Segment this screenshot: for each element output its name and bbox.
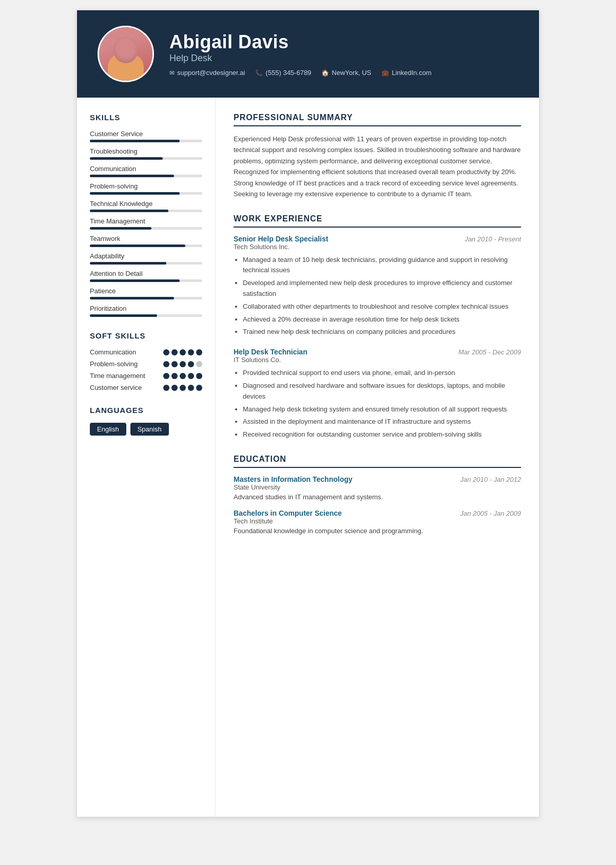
summary-title: PROFESSIONAL SUMMARY bbox=[234, 113, 521, 126]
header: Abigail Davis Help Desk ✉ support@cvdesi… bbox=[77, 10, 539, 98]
location-icon: 🏠 bbox=[321, 69, 329, 77]
job-bullets: Provided technical support to end users … bbox=[234, 368, 521, 440]
dots-container bbox=[163, 349, 202, 355]
skill-bar-bg bbox=[90, 245, 202, 247]
skill-item: Time Management bbox=[90, 217, 202, 230]
bullet-item: Managed help desk ticketing system and e… bbox=[243, 404, 521, 415]
contact-email: ✉ support@cvdesigner.ai bbox=[169, 69, 245, 77]
bullet-item: Developed and implemented new help desk … bbox=[243, 278, 521, 299]
skill-name: Attention to Detail bbox=[90, 270, 202, 277]
skill-item: Adaptability bbox=[90, 252, 202, 265]
dot bbox=[163, 349, 169, 355]
skill-bar-fill bbox=[90, 192, 180, 195]
skill-bar-fill bbox=[90, 279, 180, 282]
skill-item: Attention to Detail bbox=[90, 270, 202, 282]
job-header: Help Desk Technician Mar 2005 - Dec 2009 bbox=[234, 348, 521, 356]
phone-value: (555) 345-6789 bbox=[265, 69, 311, 77]
header-info: Abigail Davis Help Desk ✉ support@cvdesi… bbox=[169, 31, 432, 77]
skill-name: Technical Knowledge bbox=[90, 200, 202, 208]
languages-title: LANGUAGES bbox=[90, 406, 202, 415]
dot bbox=[171, 373, 178, 379]
job-date: Jan 2010 - Present bbox=[465, 235, 521, 243]
dots-container bbox=[163, 385, 202, 391]
dot bbox=[163, 361, 169, 367]
bullet-item: Achieved a 20% decrease in average resol… bbox=[243, 314, 521, 325]
edu-school: Tech Institute bbox=[234, 517, 521, 525]
dot bbox=[180, 385, 186, 391]
skills-list: Customer Service Troubleshooting Communi… bbox=[90, 130, 202, 317]
dot bbox=[196, 385, 202, 391]
avatar bbox=[98, 26, 154, 82]
bullet-item: Assisted in the deployment and maintenan… bbox=[243, 417, 521, 427]
skill-name: Time Management bbox=[90, 217, 202, 225]
job-title: Help Desk Technician bbox=[234, 348, 307, 356]
dot bbox=[188, 349, 194, 355]
skill-bar-bg bbox=[90, 192, 202, 195]
bullet-item: Collaborated with other departments to t… bbox=[243, 302, 521, 312]
resume-container: Abigail Davis Help Desk ✉ support@cvdesi… bbox=[77, 10, 539, 817]
edu-degree: Masters in Information Technology bbox=[234, 475, 353, 483]
soft-skill-name: Customer service bbox=[90, 384, 163, 391]
skill-bar-fill bbox=[90, 157, 163, 160]
skill-name: Prioritization bbox=[90, 305, 202, 312]
jobs-list: Senior Help Desk Specialist Jan 2010 - P… bbox=[234, 235, 521, 440]
skill-name: Troubleshooting bbox=[90, 147, 202, 155]
skill-bar-fill bbox=[90, 140, 180, 142]
language-tag: Spanish bbox=[130, 423, 169, 436]
skill-item: Technical Knowledge bbox=[90, 200, 202, 212]
summary-section: PROFESSIONAL SUMMARY Experienced Help De… bbox=[234, 113, 521, 200]
skill-name: Patience bbox=[90, 287, 202, 295]
right-column: PROFESSIONAL SUMMARY Experienced Help De… bbox=[216, 98, 539, 817]
dot bbox=[196, 373, 202, 379]
skill-item: Troubleshooting bbox=[90, 147, 202, 160]
dots-container bbox=[163, 373, 202, 379]
language-tags: EnglishSpanish bbox=[90, 423, 202, 436]
dot bbox=[196, 361, 202, 367]
avatar-image bbox=[99, 27, 152, 81]
skill-item: Patience bbox=[90, 287, 202, 299]
contact-phone: 📞 (555) 345-6789 bbox=[255, 69, 311, 77]
soft-skills-list: Communication Problem-solving Time manag… bbox=[90, 348, 202, 391]
dot bbox=[188, 373, 194, 379]
languages-section: LANGUAGES EnglishSpanish bbox=[90, 406, 202, 436]
job-bullets: Managed a team of 10 help desk technicia… bbox=[234, 255, 521, 338]
skill-bar-fill bbox=[90, 314, 157, 317]
skill-item: Problem-solving bbox=[90, 182, 202, 195]
skill-name: Teamwork bbox=[90, 235, 202, 242]
soft-skill-name: Time management bbox=[90, 372, 163, 380]
skill-name: Adaptability bbox=[90, 252, 202, 260]
job-header: Senior Help Desk Specialist Jan 2010 - P… bbox=[234, 235, 521, 243]
skill-bar-bg bbox=[90, 210, 202, 212]
soft-skills-section: SOFT SKILLS Communication Problem-solvin… bbox=[90, 331, 202, 391]
bullet-item: Trained new help desk technicians on com… bbox=[243, 327, 521, 337]
linkedin-icon: 💼 bbox=[381, 69, 389, 77]
skill-bar-fill bbox=[90, 210, 168, 212]
skill-bar-fill bbox=[90, 297, 174, 299]
email-icon: ✉ bbox=[169, 69, 175, 77]
language-tag: English bbox=[90, 423, 126, 436]
skill-bar-fill bbox=[90, 262, 166, 265]
skill-item: Teamwork bbox=[90, 235, 202, 247]
dot bbox=[180, 349, 186, 355]
skill-bar-bg bbox=[90, 157, 202, 160]
skill-name: Problem-solving bbox=[90, 182, 202, 190]
job-company: Tech Solutions Inc. bbox=[234, 243, 521, 251]
location-value: NewYork, US bbox=[332, 69, 371, 77]
dot bbox=[171, 349, 178, 355]
edu-header: Masters in Information Technology Jan 20… bbox=[234, 475, 521, 483]
edu-date: Jan 2005 - Jan 2009 bbox=[460, 510, 521, 517]
skill-bar-fill bbox=[90, 245, 185, 247]
soft-skills-title: SOFT SKILLS bbox=[90, 331, 202, 340]
bullet-item: Provided technical support to end users … bbox=[243, 368, 521, 379]
skill-item: Prioritization bbox=[90, 305, 202, 317]
skill-bar-bg bbox=[90, 279, 202, 282]
soft-skill-name: Communication bbox=[90, 348, 163, 356]
dot bbox=[180, 361, 186, 367]
resume-body: SKILLS Customer Service Troubleshooting … bbox=[77, 98, 539, 817]
skills-title: SKILLS bbox=[90, 113, 202, 122]
skill-bar-bg bbox=[90, 314, 202, 317]
dot bbox=[196, 349, 202, 355]
dot bbox=[171, 385, 178, 391]
skill-bar-bg bbox=[90, 262, 202, 265]
soft-skill-item: Customer service bbox=[90, 384, 202, 391]
